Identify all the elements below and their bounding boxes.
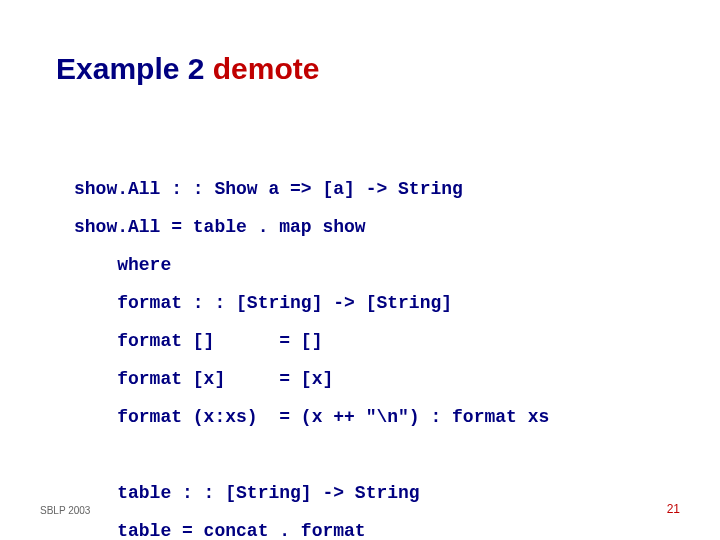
footer-left: SBLP 2003 [40, 505, 90, 516]
code-line-3: where [74, 255, 171, 275]
code-block: show.All : : Show a => [a] -> String sho… [74, 132, 549, 540]
code-line-2: show.All = table . map show [74, 217, 366, 237]
code-line-7: format (x:xs) = (x ++ "\n") : format xs [74, 407, 549, 427]
code-line-9: table : : [String] -> String [74, 483, 420, 503]
code-line-6: format [x] = [x] [74, 369, 333, 389]
title-accent: demote [213, 52, 320, 85]
slide-number: 21 [667, 502, 680, 516]
code-line-4: format : : [String] -> [String] [74, 293, 452, 313]
slide-title: Example 2 demote [56, 52, 319, 86]
title-prefix: Example 2 [56, 52, 213, 85]
code-line-10: table = concat . format [74, 521, 366, 540]
code-line-1: show.All : : Show a => [a] -> String [74, 179, 463, 199]
code-line-5: format [] = [] [74, 331, 322, 351]
slide: Example 2 demote show.All : : Show a => … [0, 0, 720, 540]
